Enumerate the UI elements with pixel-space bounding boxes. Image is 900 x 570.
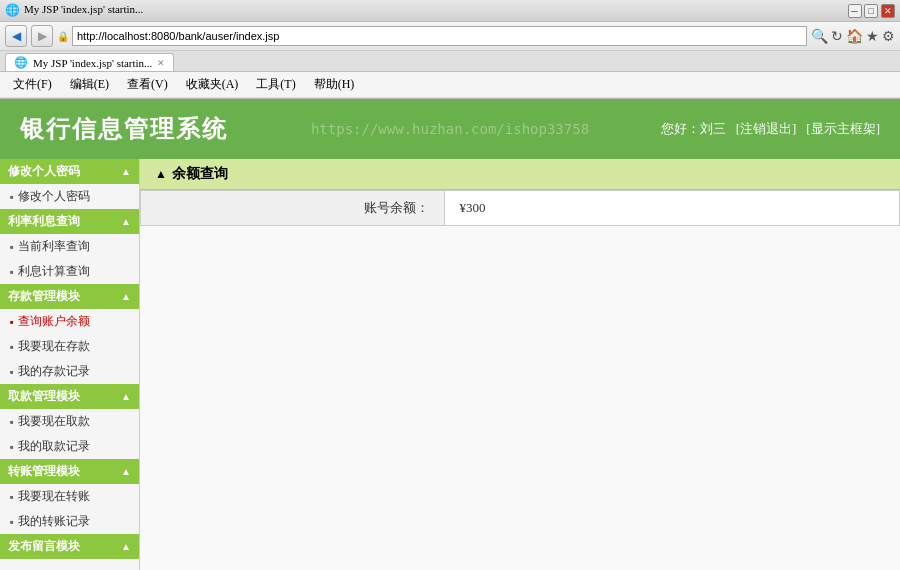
main-content: ▲ 余额查询 账号余额： ¥300 xyxy=(140,159,900,570)
menu-bar: 文件(F) 编辑(E) 查看(V) 收藏夹(A) 工具(T) 帮助(H) xyxy=(0,72,900,98)
content-header-icon: ▲ xyxy=(155,167,167,182)
nav-icons: 🔍 ↻ 🏠 ★ ⚙ xyxy=(811,28,895,45)
sidebar-section-label-withdraw: 取款管理模块 xyxy=(8,388,80,405)
sidebar-item-label: 利息计算查询 xyxy=(18,263,90,280)
greeting: 您好：刘三 xyxy=(661,120,726,138)
content-section-header: ▲ 余额查询 xyxy=(140,159,900,190)
content-title: 余额查询 xyxy=(172,165,228,183)
browser-chrome: 🌐 My JSP 'index.jsp' startin... ─ □ ✕ ◀ … xyxy=(0,0,900,99)
sidebar-section-header-message[interactable]: 发布留言模块 ▲ xyxy=(0,534,139,559)
forward-button[interactable]: ▶ xyxy=(31,25,53,47)
maximize-button[interactable]: □ xyxy=(864,4,878,18)
collapse-icon-deposit: ▲ xyxy=(121,291,131,302)
minimize-button[interactable]: ─ xyxy=(848,4,862,18)
sidebar-item-label: 查询账户余额 xyxy=(18,313,90,330)
sidebar-item-make-deposit[interactable]: 我要现在存款 xyxy=(0,334,139,359)
tab-label: My JSP 'index.jsp' startin... xyxy=(33,57,152,69)
balance-value-cell: ¥300 xyxy=(444,191,899,226)
menu-favorites[interactable]: 收藏夹(A) xyxy=(178,74,247,95)
menu-edit[interactable]: 编辑(E) xyxy=(62,74,117,95)
title-bar: 🌐 My JSP 'index.jsp' startin... ─ □ ✕ xyxy=(0,0,900,22)
watermark: https://www.huzhan.com/ishop33758 xyxy=(311,121,589,137)
address-bar-wrap: 🔒 xyxy=(57,26,807,46)
sidebar-item-label: 我的取款记录 xyxy=(18,438,90,455)
sidebar-section-label-deposit: 存款管理模块 xyxy=(8,288,80,305)
sidebar-item-label: 我要现在取款 xyxy=(18,413,90,430)
sidebar-item-interest-calc[interactable]: 利息计算查询 xyxy=(0,259,139,284)
logout-link[interactable]: [注销退出] xyxy=(736,120,797,138)
refresh-icon[interactable]: ↻ xyxy=(831,28,843,45)
sidebar-section-label-interest: 利率利息查询 xyxy=(8,213,80,230)
nav-bar: ◀ ▶ 🔒 🔍 ↻ 🏠 ★ ⚙ xyxy=(0,22,900,51)
title-bar-left: 🌐 My JSP 'index.jsp' startin... xyxy=(5,3,143,18)
search-icon[interactable]: 🔍 xyxy=(811,28,828,45)
menu-view[interactable]: 查看(V) xyxy=(119,74,176,95)
sidebar-item-change-password[interactable]: 修改个人密码 xyxy=(0,184,139,209)
sidebar-section-header-transfer[interactable]: 转账管理模块 ▲ xyxy=(0,459,139,484)
main-frame-link[interactable]: [显示主框架] xyxy=(806,120,880,138)
browser-title: My JSP 'index.jsp' startin... xyxy=(24,3,143,18)
sidebar-item-label: 我的存款记录 xyxy=(18,363,90,380)
sidebar-section-label-message: 发布留言模块 xyxy=(8,538,80,555)
sidebar-item-label: 修改个人密码 xyxy=(18,188,90,205)
header-right: 您好：刘三 [注销退出] [显示主框架] xyxy=(661,120,880,138)
home-icon[interactable]: 🏠 xyxy=(846,28,863,45)
active-tab[interactable]: 🌐 My JSP 'index.jsp' startin... ✕ xyxy=(5,53,174,71)
close-button[interactable]: ✕ xyxy=(881,4,895,18)
app-header: 银行信息管理系统 https://www.huzhan.com/ishop337… xyxy=(0,99,900,159)
sidebar-section-label-transfer: 转账管理模块 xyxy=(8,463,80,480)
back-button[interactable]: ◀ xyxy=(5,25,27,47)
sidebar: 修改个人密码 ▲ 修改个人密码 利率利息查询 ▲ 当前利率查询 利息计算查询 存… xyxy=(0,159,140,570)
collapse-icon-interest: ▲ xyxy=(121,216,131,227)
address-icon: 🔒 xyxy=(57,31,69,42)
sidebar-item-label: 当前利率查询 xyxy=(18,238,90,255)
sidebar-item-transfer-records[interactable]: 我的转账记录 xyxy=(0,509,139,534)
sidebar-section-header-password[interactable]: 修改个人密码 ▲ xyxy=(0,159,139,184)
table-row: 账号余额： ¥300 xyxy=(141,191,900,226)
sidebar-item-label: 我要现在存款 xyxy=(18,338,90,355)
tab-bar: 🌐 My JSP 'index.jsp' startin... ✕ xyxy=(0,51,900,72)
address-input[interactable] xyxy=(72,26,807,46)
balance-table: 账号余额： ¥300 xyxy=(140,190,900,226)
tab-favicon: 🌐 xyxy=(14,56,28,69)
sidebar-section-header-withdraw[interactable]: 取款管理模块 ▲ xyxy=(0,384,139,409)
menu-help[interactable]: 帮助(H) xyxy=(306,74,363,95)
menu-file[interactable]: 文件(F) xyxy=(5,74,60,95)
sidebar-section-label-password: 修改个人密码 xyxy=(8,163,80,180)
sidebar-item-label: 我的转账记录 xyxy=(18,513,90,530)
browser-favicon: 🌐 xyxy=(5,3,20,18)
sidebar-item-withdraw-records[interactable]: 我的取款记录 xyxy=(0,434,139,459)
sidebar-item-current-rate[interactable]: 当前利率查询 xyxy=(0,234,139,259)
collapse-icon-withdraw: ▲ xyxy=(121,391,131,402)
star-icon[interactable]: ★ xyxy=(866,28,879,45)
collapse-icon-password: ▲ xyxy=(121,166,131,177)
sidebar-section-header-interest[interactable]: 利率利息查询 ▲ xyxy=(0,209,139,234)
sidebar-item-label: 我要现在转账 xyxy=(18,488,90,505)
sidebar-section-header-deposit[interactable]: 存款管理模块 ▲ xyxy=(0,284,139,309)
sidebar-item-make-withdraw[interactable]: 我要现在取款 xyxy=(0,409,139,434)
menu-tools[interactable]: 工具(T) xyxy=(248,74,303,95)
window-controls: ─ □ ✕ xyxy=(848,4,896,18)
settings-icon[interactable]: ⚙ xyxy=(882,28,895,45)
balance-label-cell: 账号余额： xyxy=(141,191,445,226)
collapse-icon-message: ▲ xyxy=(121,541,131,552)
app-body: 修改个人密码 ▲ 修改个人密码 利率利息查询 ▲ 当前利率查询 利息计算查询 存… xyxy=(0,159,900,570)
sidebar-item-deposit-records[interactable]: 我的存款记录 xyxy=(0,359,139,384)
tab-close-button[interactable]: ✕ xyxy=(157,58,165,68)
sidebar-item-query-balance[interactable]: 查询账户余额 xyxy=(0,309,139,334)
app-title: 银行信息管理系统 xyxy=(20,113,228,145)
sidebar-item-make-transfer[interactable]: 我要现在转账 xyxy=(0,484,139,509)
collapse-icon-transfer: ▲ xyxy=(121,466,131,477)
